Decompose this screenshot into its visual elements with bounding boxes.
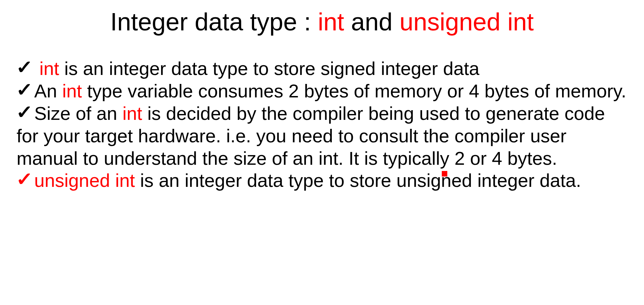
bullet3-keyword-int: int (122, 103, 142, 124)
checkmark-icon: ✓ (16, 78, 33, 101)
bullet1-keyword-int: int (39, 58, 59, 79)
slide-title: Integer data type : int and unsigned int (17, 7, 627, 37)
bullet-1: ✓ int is an integer data type to store s… (17, 57, 627, 80)
bullet2-pre: An (34, 80, 62, 101)
checkmark-icon: ✓ (16, 168, 33, 190)
bullet-4: ✓unsigned int is an integer data type to… (17, 169, 627, 192)
title-part2-int: int (318, 8, 344, 36)
title-part3: and (344, 8, 400, 36)
title-part1: Integer data type : (110, 8, 318, 36)
bullet1-text: is an integer data type to store signed … (59, 58, 479, 79)
slide-body: ✓ int is an integer data type to store s… (17, 57, 627, 192)
slide: Integer data type : int and unsigned int… (0, 0, 644, 305)
bullet4-keyword-unsigned-int: unsigned int (34, 170, 135, 191)
bullet3-pre: Size of an (34, 103, 122, 124)
checkmark-icon: ✓ (16, 56, 33, 78)
checkmark-icon: ✓ (16, 101, 33, 123)
bullet-2: ✓An int type variable consumes 2 bytes o… (17, 80, 627, 102)
bullet-3: ✓Size of an int is decided by the compil… (17, 102, 627, 169)
laser-pointer-icon (442, 171, 447, 177)
bullet2-keyword-int: int (62, 80, 82, 101)
bullet2-text: type variable consumes 2 bytes of memory… (82, 80, 626, 101)
bullet4-text: is an integer data type to store unsigne… (135, 170, 581, 191)
title-part4-unsigned-int: unsigned int (400, 8, 534, 36)
bullet1-space (34, 58, 39, 79)
